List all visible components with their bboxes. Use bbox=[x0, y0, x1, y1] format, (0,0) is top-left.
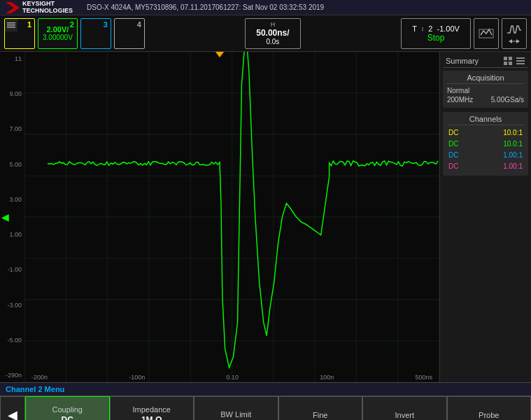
ch1-ratio: 10.0:1 bbox=[503, 129, 523, 136]
invert-label: Invert bbox=[395, 411, 414, 419]
nav-left-button[interactable]: ◀ bbox=[0, 396, 25, 420]
scope-screen: ◀ 11 9.00 7.00 5.00 3.00 1.00 -1.00 -3.0… bbox=[0, 52, 440, 382]
ch2-volts: 2.00V/ bbox=[47, 25, 69, 34]
x-label-1: -100n bbox=[129, 374, 145, 381]
svg-rect-13 bbox=[516, 60, 525, 62]
svg-rect-14 bbox=[516, 63, 525, 64]
x-label-2: 0.10 bbox=[226, 374, 239, 381]
ch4-block[interactable]: 4 bbox=[114, 18, 145, 49]
x-axis-labels: -200n -100n 0.10 100n 500ns bbox=[24, 374, 439, 381]
coupling-value: DC bbox=[62, 415, 73, 420]
probe-label: Probe bbox=[479, 411, 499, 419]
status-bar: Channel 2 Menu bbox=[0, 382, 531, 396]
acq-mode-row: Normal bbox=[447, 87, 524, 94]
acquisition-section: Acquisition Normal 200MHz 5.00GSa/s bbox=[443, 71, 528, 108]
panel-grid-icon[interactable] bbox=[503, 56, 513, 66]
x-label-0: -200n bbox=[31, 374, 48, 381]
waveform-icon bbox=[506, 23, 523, 37]
impedance-label: Impedance bbox=[133, 405, 171, 414]
ch3-ratio: 1.00:1 bbox=[503, 151, 523, 159]
y-label-9: -290n bbox=[0, 372, 24, 379]
auto-scale-block[interactable] bbox=[474, 18, 499, 49]
y-label-4: 3.00 bbox=[0, 196, 24, 203]
coupling-button[interactable]: Coupling DC bbox=[25, 396, 110, 420]
trigger-channel: 2 bbox=[428, 24, 432, 33]
y-label-0: 11 bbox=[0, 55, 24, 62]
bw-limit-label: BW Limit bbox=[220, 410, 251, 419]
scope-title: DSO-X 4024A, MY57310896, 07.11.201706122… bbox=[87, 4, 324, 11]
y-label-5: 1.00 bbox=[0, 231, 24, 238]
panel-header: Summary bbox=[443, 55, 528, 68]
svg-rect-9 bbox=[509, 57, 512, 60]
ch2-coupling: DC bbox=[448, 140, 458, 148]
trigger-row: T ↕ 2 -1.00V bbox=[412, 24, 460, 33]
trigger-level: -1.00V bbox=[437, 24, 459, 33]
fine-button[interactable]: Fine bbox=[278, 396, 363, 420]
y-label-3: 5.00 bbox=[0, 161, 24, 168]
channels-title: Channels bbox=[447, 115, 524, 125]
toolbar: 1 2 2.00V/ 3.00000V 3 4 H 50.00ns/ 0.0s … bbox=[0, 15, 531, 52]
svg-rect-3 bbox=[7, 27, 15, 28]
svg-rect-10 bbox=[504, 62, 507, 65]
timebase-value: 50.00ns/ bbox=[256, 28, 289, 38]
timebase-block[interactable]: H 50.00ns/ 0.0s bbox=[245, 18, 301, 49]
y-label-6: -1.00 bbox=[0, 266, 24, 273]
ch2-number: 2 bbox=[70, 20, 74, 29]
impedance-value: 1M Ω bbox=[141, 415, 162, 420]
probe-button[interactable]: Probe bbox=[447, 396, 532, 420]
timebase-offset: 0.0s bbox=[266, 38, 279, 46]
acq-rate: 5.00GSa/s bbox=[491, 96, 524, 104]
trigger-block[interactable]: T ↕ 2 -1.00V Stop bbox=[401, 18, 471, 49]
svg-marker-5 bbox=[509, 39, 512, 43]
main-area: ◀ 11 9.00 7.00 5.00 3.00 1.00 -1.00 -3.0… bbox=[0, 52, 531, 382]
impedance-button[interactable]: Impedance 1M Ω bbox=[110, 396, 194, 420]
summary-label: Summary bbox=[446, 57, 479, 65]
trigger-label: T bbox=[412, 24, 417, 33]
keysight-logo-icon bbox=[6, 2, 20, 13]
fine-label: Fine bbox=[313, 411, 327, 419]
acquisition-title: Acquisition bbox=[447, 74, 524, 84]
waveform-display bbox=[24, 52, 439, 370]
svg-rect-1 bbox=[7, 22, 15, 24]
menu-icon bbox=[6, 20, 16, 30]
y-label-1: 9.00 bbox=[0, 90, 24, 97]
ch-row-3: DC 1.00:1 bbox=[447, 150, 524, 160]
timebase-label: H bbox=[271, 21, 276, 28]
ch-row-1: DC 10.0:1 bbox=[447, 128, 524, 137]
ch1-number: 1 bbox=[27, 20, 31, 29]
brand-name: KEYSIGHT TECHNOLOGIES bbox=[22, 1, 73, 15]
header-bar: KEYSIGHT TECHNOLOGIES DSO-X 4024A, MY573… bbox=[0, 0, 531, 15]
invert-button[interactable]: Invert bbox=[362, 396, 447, 420]
measure-block[interactable] bbox=[502, 18, 527, 49]
autoscale-icon bbox=[478, 27, 495, 41]
ch1-coupling: DC bbox=[448, 129, 458, 136]
svg-rect-11 bbox=[509, 62, 512, 65]
ch2-block[interactable]: 2 2.00V/ 3.00000V bbox=[38, 18, 78, 49]
ch3-number: 3 bbox=[104, 20, 108, 29]
ch2-offset: 3.00000V bbox=[43, 34, 73, 41]
trigger-stop: Stop bbox=[427, 33, 445, 43]
acq-specs-row: 200MHz 5.00GSa/s bbox=[447, 96, 524, 104]
svg-rect-12 bbox=[516, 57, 525, 59]
panel-list-icon[interactable] bbox=[516, 56, 525, 66]
y-label-2: 7.00 bbox=[0, 125, 24, 132]
ch4-number: 4 bbox=[137, 20, 141, 29]
channels-section: Channels DC 10.0:1 DC 10.0:1 DC 1.00:1 D… bbox=[443, 112, 528, 176]
x-label-4: 500ns bbox=[415, 374, 432, 381]
ch3-coupling: DC bbox=[448, 151, 458, 159]
y-label-7: -3.00 bbox=[0, 302, 24, 309]
ch3-block[interactable]: 3 bbox=[80, 18, 111, 49]
svg-rect-8 bbox=[504, 57, 507, 60]
svg-marker-6 bbox=[516, 39, 520, 43]
ch-row-4: DC 1.00:1 bbox=[447, 162, 524, 171]
coupling-label: Coupling bbox=[52, 405, 83, 414]
ch1-block[interactable]: 1 bbox=[4, 18, 35, 49]
bw-limit-button[interactable]: BW Limit bbox=[194, 396, 278, 420]
ch4-ratio: 1.00:1 bbox=[503, 162, 523, 170]
svg-rect-2 bbox=[7, 24, 15, 26]
brand-logo: KEYSIGHT TECHNOLOGIES bbox=[6, 1, 73, 15]
ch-row-2: DC 10.0:1 bbox=[447, 139, 524, 148]
arrows-icon bbox=[507, 38, 521, 44]
acq-freq: 200MHz bbox=[447, 96, 473, 104]
ch2-ratio: 10.0:1 bbox=[503, 140, 523, 148]
